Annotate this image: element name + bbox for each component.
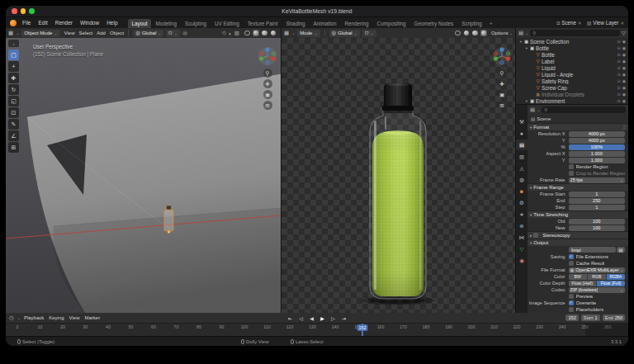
current-frame-field[interactable]: 152 (565, 314, 578, 321)
properties-tab-object[interactable]: ■ (516, 186, 528, 196)
properties-tab-constraints[interactable]: ⋈ (516, 232, 528, 243)
workspace-tab-uv-editing[interactable]: UV Editing (211, 19, 244, 28)
jump-to-end-button[interactable]: ⇥ (340, 315, 348, 321)
timeline-menu-playback[interactable]: Playback (24, 315, 44, 320)
y-field[interactable]: 1.000 (569, 158, 625, 163)
zoom-icon[interactable]: ⚲ (498, 69, 507, 78)
cache-result-checkbox[interactable] (569, 261, 574, 266)
zoom-icon[interactable]: ⚲ (263, 69, 272, 78)
shading-solid-button[interactable] (463, 30, 471, 37)
eye-icon[interactable]: ⊙ (617, 59, 620, 64)
outliner-row-label[interactable]: ▽Label⊙◉ (516, 58, 628, 64)
rgb-option[interactable]: RGB (588, 274, 606, 280)
viewport-solid-canvas[interactable]: ‹ User Perspective (152) Scene Collectio… (6, 38, 281, 313)
shading-wireframe-button[interactable] (454, 30, 461, 37)
frame-rate-dropdown[interactable]: 25 fps⌄ (569, 177, 625, 183)
blender-logo-icon[interactable] (10, 20, 17, 26)
menu-window[interactable]: Window (77, 20, 102, 26)
snap-toggle[interactable]: Ω⌄ (362, 30, 376, 37)
workspace-tab-geometry-nodes[interactable]: Geometry Nodes (410, 19, 458, 28)
remove-view-layer-icon[interactable]: ✕ (620, 21, 624, 26)
panel-header-format[interactable]: ▾Format⣿ (528, 123, 628, 130)
camera-icon[interactable]: ◉ (622, 78, 626, 83)
outliner-row-environment[interactable]: ▾▣Environment⊙◉ (516, 97, 628, 104)
pan-icon[interactable]: ✚ (263, 79, 272, 88)
codec-dropdown[interactable]: ZIP (lossless)⌄ (569, 287, 625, 293)
outliner-search-input[interactable]: ⚲ (530, 30, 620, 36)
properties-tab-object-data[interactable]: ▽ (516, 243, 528, 254)
properties-tab-modifiers[interactable]: ⚙ (516, 197, 528, 208)
tool-scale[interactable]: ◱ (8, 96, 19, 106)
item-field[interactable]: 100% (569, 144, 625, 150)
camera-icon[interactable]: ◉ (622, 52, 626, 57)
panel-checkbox[interactable] (533, 233, 538, 238)
editor-type-icon[interactable]: ▦ (8, 30, 13, 36)
camera-icon[interactable]: ◉ (622, 39, 626, 44)
menu-render[interactable]: Render (52, 20, 76, 26)
panel-header-frame-range[interactable]: ▾Frame Range (528, 183, 628, 191)
camera-icon[interactable]: ◉ (622, 65, 626, 70)
shading-material-preview-button[interactable] (261, 30, 268, 37)
shading-rendered-button[interactable] (480, 30, 488, 37)
end-field[interactable]: 250 (569, 198, 625, 204)
preview-checkbox[interactable] (569, 294, 574, 299)
properties-tab-tool[interactable]: ⚒ (516, 116, 528, 127)
properties-tab-scene[interactable]: ◬ (516, 163, 528, 173)
outliner-row-bottle[interactable]: ▽Bottle⊙◉ (516, 51, 628, 58)
workspace-tab-rendering[interactable]: Rendering (341, 19, 373, 28)
viewport-menu-view[interactable]: View (64, 31, 75, 35)
menu-file[interactable]: File (19, 20, 34, 26)
shading-rendered-button[interactable] (270, 30, 277, 37)
options-menu[interactable]: Options⌄ (491, 31, 513, 35)
viewport-menu-object[interactable]: Object (110, 31, 124, 35)
editor-type-icon[interactable]: ▦ (284, 30, 289, 36)
eye-icon[interactable]: ⊙ (617, 98, 620, 103)
properties-tab-render[interactable]: ● (516, 128, 528, 139)
properties-tab-world[interactable]: ◍ (516, 174, 528, 185)
proportional-edit-icon[interactable]: ◎ (182, 30, 187, 36)
workspace-tab-compositing[interactable]: Compositing (373, 19, 410, 28)
outliner-row-liquid-angle[interactable]: ▽Liquid - Angle⊙◉ (516, 71, 628, 78)
menu-help[interactable]: Help (103, 20, 121, 26)
filter-icon[interactable]: ▽ (622, 30, 626, 36)
shading-material-preview-button[interactable] (471, 30, 479, 37)
shading-wireframe-button[interactable] (244, 30, 251, 37)
play-reverse-button[interactable]: ◀ (308, 315, 316, 321)
editor-type-icon[interactable]: ◷ (9, 314, 14, 321)
eye-icon[interactable]: ⊙ (617, 52, 620, 57)
tool-move[interactable]: ✚ (8, 73, 19, 83)
workspace-tab-texture-paint[interactable]: Texture Paint (244, 19, 282, 28)
viewport-rendered-canvas[interactable]: ⚲✚▣⊞ (282, 38, 515, 313)
workspace-tab-scripting[interactable]: Scripting (457, 19, 486, 28)
next-keyframe-button[interactable]: ▷ (329, 315, 338, 321)
rgba-option[interactable]: RGBA (607, 274, 625, 280)
eye-icon[interactable]: ⊙ (617, 78, 620, 83)
properties-tab-particles[interactable]: ∗ (516, 209, 528, 220)
outliner-row-safety-ring[interactable]: ▽Safety Ring⊙◉ (516, 78, 628, 84)
properties-tab-material[interactable]: ◉ (516, 255, 528, 266)
navigation-gizmo[interactable] (258, 46, 277, 66)
camera-view-icon[interactable]: ▣ (498, 90, 507, 99)
properties-tab-physics[interactable]: ⊚ (516, 220, 528, 231)
camera-icon[interactable]: ◉ (622, 85, 626, 90)
render-region-checkbox[interactable] (569, 164, 574, 169)
frame-start-field[interactable]: Start1 (581, 314, 600, 321)
overlays-icon[interactable]: ◐ (229, 31, 232, 36)
tool-box-select[interactable]: ▢ (8, 50, 19, 60)
editor-type-icon[interactable]: ▤ (530, 106, 535, 113)
scene-selector[interactable]: ◘ Scene ✕ (557, 20, 582, 26)
overwrite-checkbox[interactable] (569, 300, 574, 305)
view-layer-selector[interactable]: ▥ View Layer ✕ (587, 20, 624, 26)
unlink-scene-icon[interactable]: ✕ (578, 21, 582, 26)
add-workspace-button[interactable]: + (486, 19, 496, 28)
outliner-row-individual-droplets[interactable]: ▣Individual Droplets⊙◉ (516, 91, 628, 97)
camera-icon[interactable]: ◉ (622, 98, 626, 103)
file-browser-button[interactable]: ▤ (617, 247, 625, 253)
bw-option[interactable]: BW (569, 274, 587, 280)
toolbar-collapse-button[interactable]: ‹ (8, 40, 19, 47)
tool-measure[interactable]: ∠ (8, 130, 19, 141)
transform-orientation-selector[interactable]: ◍Global⌄ (329, 30, 360, 37)
panel-header-time-stretching[interactable]: ▾Time Stretching (528, 210, 628, 218)
eye-icon[interactable]: ⊙ (617, 85, 620, 90)
editor-type-icon[interactable]: ▤ (518, 30, 523, 36)
